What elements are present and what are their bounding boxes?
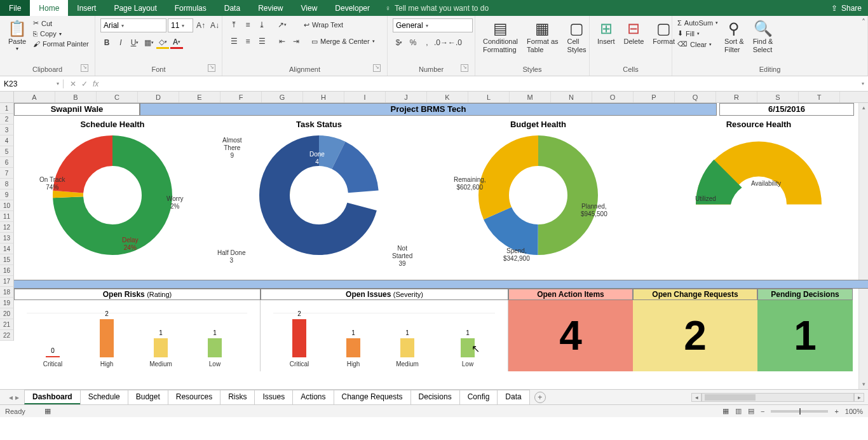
tab-insert[interactable]: Insert [68, 0, 105, 16]
row-header-8[interactable]: 8 [0, 179, 14, 189]
font-size-combo[interactable]: 11 [168, 18, 193, 32]
delete-cells-button[interactable]: ⊟Delete [621, 18, 647, 47]
sheet-tab-issues[interactable]: Issues [254, 390, 293, 404]
col-header-H[interactable]: H [303, 92, 344, 102]
sheet-tab-change-requests[interactable]: Change Requests [334, 390, 411, 404]
align-center-button[interactable]: ≡ [241, 35, 254, 48]
col-header-E[interactable]: E [179, 92, 220, 102]
row-header-6[interactable]: 6 [0, 157, 14, 168]
increase-font-button[interactable]: A↑ [194, 19, 207, 32]
cancel-formula-icon[interactable]: ✕ [70, 79, 76, 88]
format-as-table-button[interactable]: ▦Format as Table [524, 18, 561, 55]
tab-view[interactable]: View [292, 0, 327, 16]
increase-decimal-button[interactable]: .0→ [435, 36, 447, 49]
row-header-9[interactable]: 9 [0, 189, 14, 200]
col-header-K[interactable]: K [427, 92, 468, 102]
autosum-button[interactable]: ΣAutoSum▾ [677, 18, 718, 27]
tab-review[interactable]: Review [249, 0, 292, 16]
currency-button[interactable]: $▾ [393, 36, 405, 49]
budget-donut-chart[interactable] [475, 132, 602, 259]
dialog-launcher-icon[interactable]: ↘ [461, 64, 468, 72]
tell-me-search[interactable]: ♀ Tell me what you want to do [379, 0, 489, 16]
issues-bar-chart[interactable]: 2Critical 1High 1Medium 1Low [261, 300, 508, 371]
underline-button[interactable]: U▾ [128, 36, 141, 49]
col-header-R[interactable]: R [716, 92, 757, 102]
dialog-launcher-icon[interactable]: ↘ [373, 64, 381, 72]
insert-cells-button[interactable]: ⊞Insert [595, 18, 618, 47]
col-header-O[interactable]: O [592, 92, 634, 102]
macro-record-icon[interactable]: ▦ [44, 407, 51, 415]
sheet-tab-decisions[interactable]: Decisions [410, 390, 460, 404]
merge-center-button[interactable]: ▭Merge & Center▾ [311, 37, 375, 46]
zoom-slider[interactable] [771, 410, 828, 413]
borders-button[interactable]: ▦▾ [142, 36, 155, 49]
row-header-12[interactable]: 12 [0, 222, 14, 233]
align-left-button[interactable]: ☰ [227, 35, 240, 48]
view-page-layout-icon[interactable]: ▥ [735, 407, 742, 415]
row-header-14[interactable]: 14 [0, 244, 14, 254]
row-header-13[interactable]: 13 [0, 233, 14, 244]
name-box[interactable]: K23▾ [0, 79, 64, 88]
align-top-button[interactable]: ⤒ [227, 18, 240, 31]
zoom-in-icon[interactable]: + [834, 408, 838, 415]
col-header-S[interactable]: S [757, 92, 799, 102]
hscroll-right-icon[interactable]: ▸ [854, 393, 864, 402]
fill-color-button[interactable]: ◇▾ [156, 36, 169, 49]
sort-filter-button[interactable]: ⚲Sort & Filter [722, 18, 747, 55]
align-middle-button[interactable]: ≡ [241, 18, 254, 31]
font-name-combo[interactable]: Arial [100, 18, 166, 32]
row-header-17[interactable]: 17 [0, 276, 14, 287]
col-header-D[interactable]: D [138, 92, 179, 102]
hscroll-left-icon[interactable]: ◂ [691, 393, 702, 402]
copy-button[interactable]: ⎘Copy▾ [33, 29, 89, 38]
dialog-launcher-icon[interactable]: ↘ [208, 64, 215, 72]
row-header-21[interactable]: 21 [0, 319, 14, 330]
col-header-M[interactable]: M [510, 92, 551, 102]
tab-page-layout[interactable]: Page Layout [105, 0, 165, 16]
tab-data[interactable]: Data [215, 0, 249, 16]
project-title-cell[interactable]: Project BRMS Tech [140, 103, 717, 116]
dialog-launcher-icon[interactable]: ↘ [81, 64, 88, 72]
view-page-break-icon[interactable]: ▤ [748, 407, 754, 415]
row-header-4[interactable]: 4 [0, 135, 14, 146]
percent-button[interactable]: % [407, 36, 419, 49]
row-header-11[interactable]: 11 [0, 211, 14, 222]
horizontal-scrollbar[interactable] [702, 393, 854, 402]
col-header-A[interactable]: A [14, 92, 55, 102]
decrease-decimal-button[interactable]: ←.0 [449, 36, 461, 49]
sheet-tab-data[interactable]: Data [497, 390, 529, 404]
tab-formulas[interactable]: Formulas [166, 0, 215, 16]
date-cell[interactable]: 6/15/2016 [719, 103, 854, 116]
decrease-font-button[interactable]: A↓ [208, 19, 221, 32]
scroll-down-icon[interactable]: ▾ [859, 380, 868, 389]
expand-formula-bar-icon[interactable]: ▾ [858, 81, 868, 86]
format-painter-button[interactable]: 🖌Format Painter [33, 39, 89, 48]
col-header-B[interactable]: B [55, 92, 97, 102]
sheet-tab-config[interactable]: Config [459, 390, 498, 404]
sheet-nav-next-icon[interactable]: ▸ [15, 393, 19, 402]
decrease-indent-button[interactable]: ⇤ [276, 35, 288, 48]
italic-button[interactable]: I [114, 36, 127, 49]
col-header-J[interactable]: J [386, 92, 427, 102]
row-header-3[interactable]: 3 [0, 125, 14, 135]
row-header-15[interactable]: 15 [0, 254, 14, 265]
row-header-16[interactable]: 16 [0, 265, 14, 276]
sheet-tab-budget[interactable]: Budget [128, 390, 168, 404]
find-select-button[interactable]: 🔍Find & Select [750, 18, 776, 55]
view-normal-icon[interactable]: ▦ [722, 407, 729, 415]
col-header-G[interactable]: G [262, 92, 303, 102]
fill-button[interactable]: ⬇Fill▾ [677, 29, 718, 38]
col-header-I[interactable]: I [344, 92, 386, 102]
bold-button[interactable]: B [100, 36, 113, 49]
cut-button[interactable]: ✂Cut [33, 18, 89, 28]
row-header-10[interactable]: 10 [0, 200, 14, 211]
sheet-tab-dashboard[interactable]: Dashboard [24, 390, 81, 404]
row-header-19[interactable]: 19 [0, 298, 14, 308]
risks-bar-chart[interactable]: 0Critical 2High 1Medium 1Low [14, 300, 261, 371]
sheet-tab-schedule[interactable]: Schedule [80, 390, 128, 404]
sheet-nav-prev-icon[interactable]: ◂ [9, 393, 13, 402]
col-header-F[interactable]: F [220, 92, 262, 102]
zoom-level[interactable]: 100% [845, 408, 863, 415]
fx-icon[interactable]: fx [93, 79, 98, 88]
comma-style-button[interactable]: , [421, 36, 433, 49]
